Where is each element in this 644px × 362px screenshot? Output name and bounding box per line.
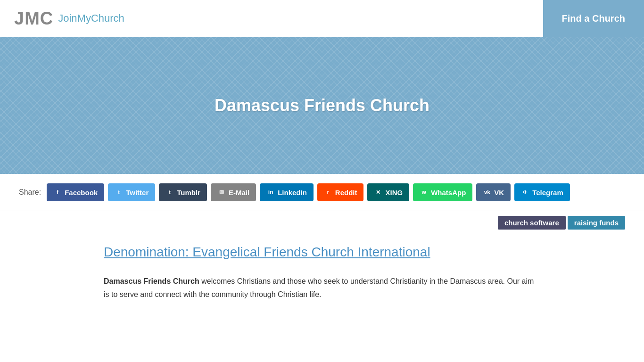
share-twitter-button[interactable]: t Twitter [108, 183, 155, 201]
telegram-icon: ✈ [521, 188, 529, 197]
tumblr-icon: t [165, 188, 174, 197]
share-xing-label: XING [385, 189, 403, 197]
reddit-icon: r [324, 188, 332, 197]
share-xing-button[interactable]: ✕ XING [367, 183, 409, 201]
twitter-icon: t [115, 188, 123, 197]
share-tumblr-button[interactable]: t Tumblr [159, 183, 207, 201]
denomination-link[interactable]: Denomination: Evangelical Friends Church… [104, 244, 540, 261]
share-reddit-button[interactable]: r Reddit [317, 183, 364, 201]
church-name-bold: Damascus Friends Church [104, 277, 199, 285]
xing-icon: ✕ [374, 188, 382, 197]
find-church-button[interactable]: Find a Church [543, 0, 644, 37]
tag-raising-funds[interactable]: raising funds [568, 216, 625, 230]
hero-banner: Damascus Friends Church [0, 37, 644, 174]
share-whatsapp-label: WhatsApp [431, 189, 466, 197]
logo-name: JoinMyChurch [58, 12, 124, 25]
share-label: Share: [19, 188, 41, 197]
share-telegram-label: Telegram [532, 189, 563, 197]
share-linkedin-label: LinkedIn [278, 189, 307, 197]
share-reddit-label: Reddit [335, 189, 357, 197]
logo: JMC JoinMyChurch [0, 8, 124, 29]
share-tumblr-label: Tumblr [177, 189, 200, 197]
church-description: Damascus Friends Church welcomes Christi… [104, 275, 540, 300]
share-whatsapp-button[interactable]: w WhatsApp [413, 183, 472, 201]
main-content: Denomination: Evangelical Friends Church… [0, 230, 644, 315]
email-icon: ✉ [217, 188, 226, 197]
share-facebook-label: Facebook [65, 189, 98, 197]
share-facebook-button[interactable]: f Facebook [47, 183, 104, 201]
share-email-button[interactable]: ✉ E-Mail [211, 183, 256, 201]
vk-icon: vk [483, 188, 491, 197]
share-telegram-button[interactable]: ✈ Telegram [514, 183, 570, 201]
tag-church-software[interactable]: church software [498, 216, 566, 230]
linkedin-icon: in [266, 188, 275, 197]
share-twitter-label: Twitter [126, 189, 149, 197]
logo-abbr: JMC [14, 8, 53, 29]
whatsapp-icon: w [420, 188, 428, 197]
tags-row: church software raising funds [0, 211, 644, 230]
facebook-icon: f [53, 188, 62, 197]
share-linkedin-button[interactable]: in LinkedIn [260, 183, 314, 201]
share-vk-label: VK [494, 189, 504, 197]
share-vk-button[interactable]: vk VK [476, 183, 511, 201]
share-bar: Share: f Facebook t Twitter t Tumblr ✉ E… [0, 174, 644, 211]
share-email-label: E-Mail [229, 189, 249, 197]
header: JMC JoinMyChurch Find a Church [0, 0, 644, 37]
church-title: Damascus Friends Church [215, 96, 429, 115]
